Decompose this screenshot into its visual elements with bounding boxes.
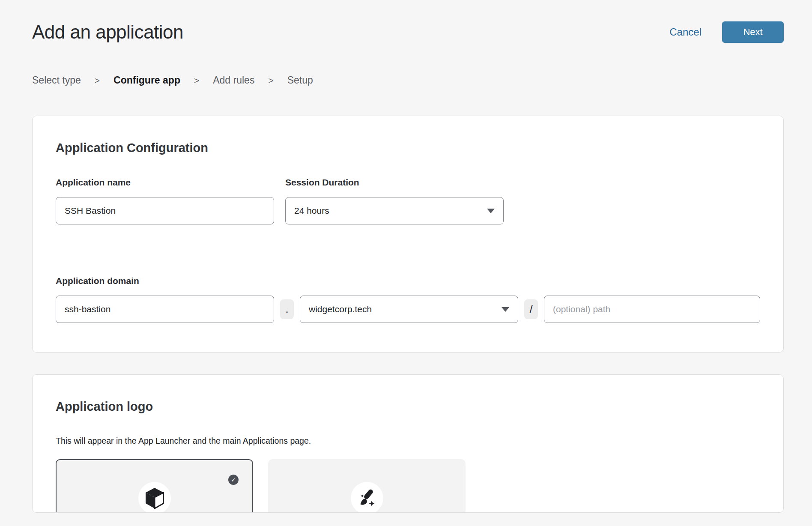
- page-header: Add an application Cancel Next: [32, 21, 784, 43]
- default-logo-circle: [138, 482, 171, 513]
- check-icon: ✓: [228, 475, 239, 485]
- page-title: Add an application: [32, 21, 183, 43]
- application-domain-label: Application domain: [56, 276, 760, 286]
- add-application-page: Add an application Cancel Next Select ty…: [0, 21, 812, 513]
- chevron-down-icon: [487, 209, 495, 213]
- application-configuration-card: Application Configuration Application na…: [32, 116, 784, 353]
- application-logo-description: This will appear in the App Launcher and…: [56, 436, 760, 446]
- custom-logo-tile[interactable]: [268, 459, 466, 513]
- path-input[interactable]: [544, 296, 760, 323]
- application-name-label: Application name: [56, 177, 274, 188]
- dot-separator: .: [280, 299, 294, 319]
- custom-logo-circle: [351, 482, 383, 513]
- step-setup[interactable]: Setup: [287, 75, 313, 86]
- domain-select[interactable]: widgetcorp.tech: [300, 296, 518, 323]
- chevron-down-icon: [502, 307, 509, 312]
- application-logo-card: Application logo This will appear in the…: [32, 374, 784, 513]
- session-duration-label: Session Duration: [285, 177, 504, 188]
- breadcrumb: Select type > Configure app > Add rules …: [32, 75, 784, 86]
- header-actions: Cancel Next: [669, 21, 784, 43]
- session-duration-value: 24 hours: [294, 206, 329, 216]
- name-session-row: Application name Session Duration 24 hou…: [56, 177, 760, 224]
- logo-tiles: ✓: [56, 459, 760, 513]
- step-select-type[interactable]: Select type: [32, 75, 81, 86]
- breadcrumb-separator: >: [268, 75, 273, 86]
- paintbrush-sparkle-icon: [357, 488, 377, 508]
- slash-separator: /: [524, 299, 538, 319]
- subdomain-input[interactable]: [56, 296, 274, 323]
- session-duration-field: Session Duration 24 hours: [285, 177, 504, 224]
- default-logo-tile[interactable]: ✓: [56, 459, 253, 513]
- application-domain-section: Application domain . widgetcorp.tech /: [56, 276, 760, 323]
- application-domain-row: . widgetcorp.tech /: [56, 296, 760, 323]
- step-configure-app[interactable]: Configure app: [113, 75, 180, 86]
- domain-value: widgetcorp.tech: [309, 304, 372, 314]
- cube-icon: [145, 487, 164, 509]
- breadcrumb-separator: >: [194, 75, 199, 86]
- cancel-button[interactable]: Cancel: [669, 26, 702, 38]
- next-button[interactable]: Next: [722, 21, 784, 43]
- session-duration-select[interactable]: 24 hours: [285, 197, 504, 224]
- application-name-field: Application name: [56, 177, 274, 224]
- breadcrumb-separator: >: [95, 75, 100, 86]
- step-add-rules[interactable]: Add rules: [213, 75, 254, 86]
- application-name-input[interactable]: [56, 197, 274, 224]
- application-logo-heading: Application logo: [56, 400, 760, 414]
- application-configuration-heading: Application Configuration: [56, 141, 760, 155]
